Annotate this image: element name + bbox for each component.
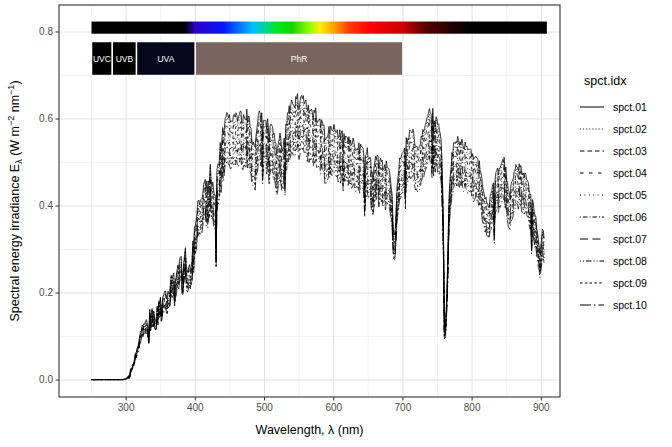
y-axis-title: Spectral energy irradiance Eλ (W m−2 nm−… [6, 80, 24, 321]
x-axis-title: Wavelength, λ (nm) [59, 423, 560, 437]
legend-item-spct.06: spct.06 [580, 206, 647, 228]
x-tick-label-900: 900 [521, 402, 561, 414]
legend-label: spct.04 [613, 167, 647, 179]
legend: spct.idx spct.01spct.02spct.03spct.04spc… [580, 74, 647, 316]
waveband-annotations: UVCUVBUVAPhR [92, 42, 403, 76]
legend-key-line-dotted [580, 127, 604, 131]
x-tick-label-600: 600 [314, 402, 354, 414]
legend-items: spct.01spct.02spct.03spct.04spct.05spct.… [580, 96, 647, 316]
legend-label: spct.10 [613, 299, 647, 311]
plot-canvas: UVCUVBUVAPhR [0, 0, 672, 447]
legend-label: spct.02 [613, 123, 647, 135]
legend-item-spct.05: spct.05 [580, 184, 647, 206]
legend-key-line-longdashdot [580, 303, 604, 307]
legend-item-spct.01: spct.01 [580, 96, 647, 118]
y-tick-label-0.2: 0.2 [23, 287, 53, 299]
legend-label: spct.06 [613, 211, 647, 223]
y-axis-title-part: nm [8, 95, 22, 116]
legend-item-spct.10: spct.10 [580, 294, 647, 316]
legend-label: spct.08 [613, 255, 647, 267]
y-tick-label-0.6: 0.6 [23, 113, 53, 125]
x-tick-label-700: 700 [383, 402, 423, 414]
legend-label: spct.01 [613, 101, 647, 113]
x-tick-label-300: 300 [106, 402, 146, 414]
spectrum-color-bar [92, 22, 547, 34]
legend-label: spct.07 [613, 233, 647, 245]
y-axis-title-part: −1 [6, 85, 16, 95]
y-tick-label-0.0: 0.0 [23, 374, 53, 386]
legend-item-spct.09: spct.09 [580, 272, 647, 294]
waveband-label-uvb: UVB [116, 54, 134, 64]
y-axis-title-part: Spectral energy irradiance E [8, 164, 22, 322]
legend-key-line-dotdash [580, 215, 604, 219]
y-tick-label-0.8: 0.8 [23, 26, 53, 38]
legend-key-line-dashed [580, 149, 604, 153]
x-tick-label-800: 800 [452, 402, 492, 414]
waveband-label-phr: PhR [291, 54, 308, 64]
spectral-irradiance-figure: UVCUVBUVAPhR 0.00.20.40.60.8 30040050060… [0, 0, 672, 447]
y-axis-title-part: ) [8, 80, 22, 84]
legend-label: spct.05 [613, 189, 647, 201]
y-axis-title-part: (W m [8, 126, 22, 159]
waveband-label-uva: UVA [157, 54, 174, 64]
legend-item-spct.08: spct.08 [580, 250, 647, 272]
y-axis-title-part: −2 [6, 116, 16, 126]
legend-key-line-solid [580, 105, 604, 109]
legend-key-line-dash-gap [580, 171, 604, 175]
legend-key-line-dotted2 [580, 193, 604, 197]
y-axis-title-part: λ [14, 159, 24, 164]
x-tick-label-500: 500 [245, 402, 285, 414]
legend-label: spct.09 [613, 277, 647, 289]
legend-label: spct.03 [613, 145, 647, 157]
legend-item-spct.07: spct.07 [580, 228, 647, 250]
x-tick-label-400: 400 [175, 402, 215, 414]
legend-title: spct.idx [584, 74, 647, 88]
y-tick-label-0.4: 0.4 [23, 200, 53, 212]
legend-item-spct.04: spct.04 [580, 162, 647, 184]
legend-key-line-longdash [580, 237, 604, 241]
waveband-label-uvc: UVC [93, 54, 111, 64]
legend-key-line-dotdotdash [580, 259, 604, 263]
legend-item-spct.02: spct.02 [580, 118, 647, 140]
legend-key-line-shortdash [580, 281, 604, 285]
legend-item-spct.03: spct.03 [580, 140, 647, 162]
